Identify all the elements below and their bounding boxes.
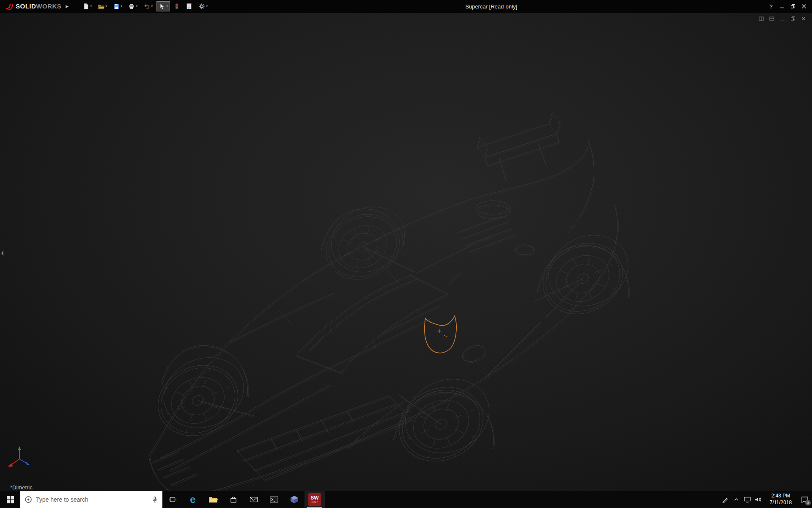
brand-text: SOLIDWORKS xyxy=(16,3,61,10)
doc-pane-button-2[interactable] xyxy=(769,16,774,21)
chevron-down-icon: ▾ xyxy=(121,5,122,8)
cortana-circle-icon xyxy=(25,496,32,503)
cortana-button[interactable] xyxy=(25,496,32,503)
solidworks-app-icon: SW 2017 xyxy=(308,493,321,506)
orientation-triad xyxy=(6,445,33,472)
doc-restore-button[interactable] xyxy=(790,16,796,21)
select-cursor-icon xyxy=(159,3,165,10)
microphone-icon xyxy=(151,496,158,503)
edge-button[interactable]: e xyxy=(183,491,203,508)
doc-close-icon xyxy=(801,16,806,21)
file-explorer-button[interactable] xyxy=(203,491,223,508)
menu-expand-arrow[interactable]: ▶ xyxy=(66,4,69,8)
pen-workspace-button[interactable] xyxy=(720,491,731,508)
chevron-up-icon xyxy=(733,497,739,502)
solidworks-badge-year: 2017 xyxy=(311,500,318,504)
view-orientation-label: *Dimetric xyxy=(10,484,33,491)
store-bag-icon xyxy=(230,496,237,503)
chevron-down-icon: ▾ xyxy=(166,5,168,8)
select-tool-button[interactable]: ▾ xyxy=(156,1,170,11)
save-button[interactable]: ▾ xyxy=(111,1,124,11)
store-button[interactable] xyxy=(223,491,244,508)
chevron-down-icon: ▾ xyxy=(90,5,92,8)
screen: SOLIDWORKS ▶ ▾ ▾ xyxy=(0,0,812,508)
mail-icon xyxy=(250,496,258,503)
brand-solid: SOLID xyxy=(16,3,36,10)
task-view-button[interactable] xyxy=(162,491,183,508)
console-button[interactable] xyxy=(264,491,284,508)
rebuild-button[interactable] xyxy=(172,1,182,11)
solidworks-logo: SOLIDWORKS xyxy=(5,3,61,10)
feature-panel-collapse-tab[interactable] xyxy=(0,248,5,258)
file-properties-icon xyxy=(186,3,192,10)
taskbar-clock[interactable]: 2:43 PM 7/11/2018 xyxy=(768,493,794,506)
open-button[interactable]: ▾ xyxy=(96,1,109,11)
close-icon xyxy=(801,4,807,9)
clock-time: 2:43 PM xyxy=(768,493,794,500)
mail-button[interactable] xyxy=(244,491,264,508)
minimize-button[interactable] xyxy=(776,0,787,13)
pen-icon xyxy=(722,496,729,503)
doc-restore-icon xyxy=(790,16,796,21)
print-button[interactable]: ▾ xyxy=(126,1,140,11)
options-gear-icon xyxy=(198,3,205,10)
volume-button[interactable] xyxy=(753,491,764,508)
save-icon xyxy=(113,3,120,10)
minimize-icon xyxy=(779,4,785,9)
clock-date: 7/11/2018 xyxy=(768,500,794,506)
doc-pane-button-1[interactable] xyxy=(759,16,764,21)
file-explorer-icon xyxy=(208,496,218,503)
restore-button[interactable] xyxy=(787,0,798,13)
chevron-left-icon xyxy=(0,248,5,258)
file-properties-button[interactable] xyxy=(184,1,195,11)
pane-split-horizontal-icon xyxy=(769,16,774,21)
print-icon xyxy=(128,3,135,10)
doc-close-button[interactable] xyxy=(801,16,806,21)
restore-icon xyxy=(790,4,796,9)
window-controls: ? xyxy=(765,0,809,13)
ds-logo-icon xyxy=(5,3,14,10)
wireframe-car-model xyxy=(0,13,812,491)
taskbar: e xyxy=(0,491,812,508)
brand-works: WORKS xyxy=(36,3,61,10)
new-document-button[interactable]: ▾ xyxy=(80,1,94,11)
help-button[interactable]: ? xyxy=(765,0,776,13)
pane-split-vertical-icon xyxy=(759,16,764,21)
search-input[interactable] xyxy=(36,496,148,503)
taskbar-search xyxy=(20,491,162,508)
options-button[interactable]: ▾ xyxy=(196,1,210,11)
task-view-icon xyxy=(169,496,176,503)
system-tray: 2:43 PM 7/11/2018 3 xyxy=(720,491,812,508)
undo-button[interactable]: ▾ xyxy=(141,1,155,11)
doc-minimize-icon xyxy=(780,16,785,21)
edge-icon: e xyxy=(190,494,195,505)
open-folder-icon xyxy=(98,3,104,10)
main-toolbar: ▾ ▾ ▾ xyxy=(80,1,210,11)
network-button[interactable] xyxy=(742,491,753,508)
chevron-down-icon: ▾ xyxy=(151,5,153,8)
network-icon xyxy=(743,496,751,503)
windows-logo-icon xyxy=(7,496,14,503)
tray-overflow-button[interactable] xyxy=(731,491,742,508)
volume-icon xyxy=(754,496,762,503)
3d-viewer-button[interactable] xyxy=(284,491,304,508)
highlighted-sketch[interactable] xyxy=(425,316,456,353)
chevron-down-icon: ▾ xyxy=(136,5,137,8)
chevron-down-icon: ▾ xyxy=(105,5,107,8)
start-button[interactable] xyxy=(0,491,20,508)
doc-minimize-button[interactable] xyxy=(780,16,785,21)
3d-cube-icon xyxy=(290,495,299,504)
document-window-controls xyxy=(759,16,806,21)
new-document-icon xyxy=(82,3,89,10)
microphone-button[interactable] xyxy=(151,496,158,503)
undo-icon xyxy=(143,3,150,10)
chevron-down-icon: ▾ xyxy=(206,5,208,8)
close-button[interactable] xyxy=(798,0,809,13)
solidworks-app-button[interactable]: SW 2017 xyxy=(304,491,325,508)
notification-badge: 3 xyxy=(805,500,811,505)
action-center-button[interactable]: 3 xyxy=(798,491,812,508)
solidworks-badge-text: SW xyxy=(310,495,318,500)
console-icon xyxy=(270,496,278,503)
window-title: Supercar [Read-only] xyxy=(465,3,517,10)
graphics-viewport[interactable]: *Dimetric xyxy=(0,13,812,491)
